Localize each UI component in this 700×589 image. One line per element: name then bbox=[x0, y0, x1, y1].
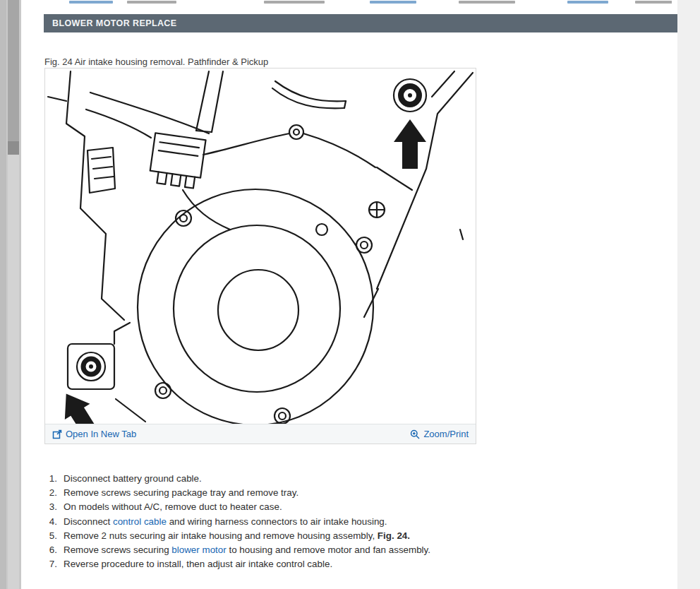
left-panel-edge bbox=[0, 0, 21, 589]
step-number: 3. bbox=[44, 500, 57, 514]
left-scrollbar-thumb[interactable] bbox=[8, 0, 19, 141]
step-text: Disconnect battery ground cable. bbox=[64, 472, 202, 486]
step-text-pre: Remove screws securing bbox=[64, 545, 171, 555]
external-link-icon bbox=[52, 429, 62, 439]
step-text-pre: Remove 2 nuts securing air intake housin… bbox=[64, 530, 378, 541]
step-number: 5. bbox=[44, 529, 57, 543]
step-item: 3. On models without A/C, remove duct to… bbox=[44, 500, 430, 514]
zoom-print-link[interactable]: Zoom/Print bbox=[410, 429, 469, 439]
step-item: 5. Remove 2 nuts securing air intake hou… bbox=[44, 529, 430, 543]
step-item: 7. Reverse procedure to install, then ad… bbox=[44, 557, 430, 571]
step-number: 2. bbox=[44, 486, 57, 500]
procedure-steps: 1. Disconnect battery ground cable. 2. R… bbox=[44, 472, 430, 571]
clipped-text-fragment bbox=[459, 1, 515, 4]
content-area: BLOWER MOTOR REPLACE Fig. 24 Air intake … bbox=[21, 0, 677, 589]
blower-motor-diagram bbox=[45, 69, 476, 424]
figure-caption: Fig. 24 Air intake housing removal. Path… bbox=[44, 56, 268, 67]
arrow-indicator-top-right bbox=[394, 119, 426, 169]
step-text: Remove screws securing package tray and … bbox=[64, 486, 298, 500]
left-panel-border bbox=[0, 0, 6, 589]
clipped-text-fragment bbox=[635, 1, 672, 4]
step-text: Disconnect control cable and wiring harn… bbox=[64, 515, 387, 529]
step-text: On models without A/C, remove duct to he… bbox=[64, 500, 282, 514]
clipped-text-fragment bbox=[127, 1, 176, 4]
open-in-new-tab-link[interactable]: Open In New Tab bbox=[52, 429, 136, 439]
step-number: 1. bbox=[44, 472, 57, 486]
section-header: BLOWER MOTOR REPLACE bbox=[44, 14, 677, 32]
zoom-print-label: Zoom/Print bbox=[423, 429, 469, 439]
arrow-indicator-bottom-left bbox=[54, 386, 104, 424]
clipped-text-fragment bbox=[370, 1, 416, 4]
step-number: 6. bbox=[44, 543, 57, 557]
blower-motor-link[interactable]: blower motor bbox=[171, 545, 226, 555]
figure-panel: Open In New Tab Zoom/Print bbox=[44, 68, 476, 444]
step-item: 6. Remove screws securing blower motor t… bbox=[44, 543, 430, 557]
step-item: 4. Disconnect control cable and wiring h… bbox=[44, 515, 430, 529]
figure-image bbox=[45, 69, 476, 424]
step-text-post: to housing and remove motor and fan asse… bbox=[227, 545, 430, 555]
section-title: BLOWER MOTOR REPLACE bbox=[52, 18, 177, 28]
right-margin bbox=[677, 0, 700, 589]
step-text-pre: Disconnect bbox=[64, 516, 113, 527]
step-item: 1. Disconnect battery ground cable. bbox=[44, 472, 430, 486]
step-item: 2. Remove screws securing package tray a… bbox=[44, 486, 430, 500]
open-in-new-tab-label: Open In New Tab bbox=[66, 429, 136, 439]
step-text: Reverse procedure to install, then adjus… bbox=[64, 557, 332, 571]
figure-toolbar: Open In New Tab Zoom/Print bbox=[45, 424, 476, 444]
step-text-post: and wiring harness connectors to air int… bbox=[167, 516, 387, 527]
left-scrollbar-track[interactable] bbox=[8, 0, 19, 589]
step-text: Remove 2 nuts securing air intake housin… bbox=[64, 529, 410, 543]
step-text: Remove screws securing blower motor to h… bbox=[64, 543, 430, 557]
clipped-text-fragment bbox=[264, 1, 325, 4]
clipped-text-fragment bbox=[567, 1, 608, 4]
left-scrollbar-shadow bbox=[8, 141, 19, 155]
step-number: 7. bbox=[44, 557, 57, 571]
magnifier-plus-icon bbox=[410, 429, 420, 439]
step-number: 4. bbox=[44, 515, 57, 529]
control-cable-link[interactable]: control cable bbox=[113, 516, 167, 527]
clipped-text-fragment bbox=[69, 1, 113, 4]
page: BLOWER MOTOR REPLACE Fig. 24 Air intake … bbox=[0, 0, 700, 589]
figure-reference: Fig. 24. bbox=[378, 530, 410, 541]
clipped-text-line bbox=[44, 0, 672, 4]
